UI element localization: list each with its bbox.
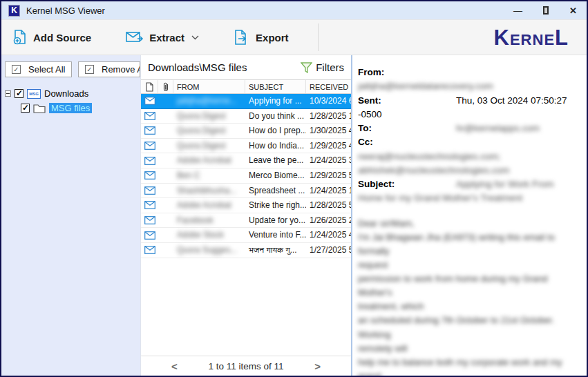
remove-all-button[interactable]: ✓ Remove All xyxy=(78,61,140,77)
mail-row[interactable]: Shashibhusha... Spreadsheet ... 1/24/202… xyxy=(141,184,351,199)
from-cell: jaibjha@kerne... xyxy=(173,94,245,108)
from-value: jaibjha@kerneldatarecovery.com xyxy=(358,81,493,91)
previous-page-button[interactable]: < xyxy=(171,360,178,372)
content-area: ✓ Select All ✓ Remove All MSG Downloads xyxy=(1,55,587,376)
subject-cell: How do India... xyxy=(245,139,306,153)
mail-row[interactable]: Facebook Update for yo... 1/26/2025 2:..… xyxy=(141,213,351,229)
tree-node-msg-files[interactable]: MSG files xyxy=(5,101,140,115)
msg-files-checkbox[interactable] xyxy=(21,104,30,113)
close-button[interactable]: ✕ xyxy=(569,6,577,15)
subject-cell: Do you think ... xyxy=(245,109,306,124)
subject-cell: भजन गायक गु... xyxy=(245,243,306,258)
subject-cell: Venture into F... xyxy=(245,228,306,242)
from-column-header[interactable]: FROM xyxy=(173,80,245,93)
collapse-icon[interactable] xyxy=(5,90,11,97)
toolbar-divider xyxy=(318,23,319,51)
extract-label: Extract xyxy=(149,32,184,44)
to-label: To: xyxy=(358,122,456,135)
mail-row[interactable]: Adobe Stock Venture into F... 1/24/2025 … xyxy=(141,228,351,243)
tree-node-msg-files-label: MSG files xyxy=(49,103,92,113)
received-cell: 10/3/2024 6:... xyxy=(306,94,351,108)
subject-label: Subject: xyxy=(358,177,456,191)
cc-label: Cc: xyxy=(358,135,456,149)
attachment-cell xyxy=(158,124,173,138)
window-title: Kernel MSG Viewer xyxy=(26,6,105,16)
subject-cell: Leave the pe... xyxy=(245,153,306,168)
attachment-cell xyxy=(158,153,173,168)
from-cell: Quora Digest xyxy=(173,139,245,153)
maximize-button[interactable] xyxy=(543,6,549,14)
from-cell: Adobe Acrobat xyxy=(173,153,245,168)
add-source-label: Add Source xyxy=(33,32,91,44)
received-column-header[interactable]: RECEIVED xyxy=(306,80,351,93)
extract-button[interactable]: Extract xyxy=(123,26,202,48)
mail-row[interactable]: Quora Digest Do you think ... 1/28/2025 … xyxy=(141,109,351,124)
envelope-icon xyxy=(141,228,158,242)
attachment-cell xyxy=(158,198,173,213)
sent-label: Sent: xyxy=(358,94,456,108)
attachment-cell xyxy=(158,213,173,228)
downloads-checkbox[interactable] xyxy=(15,89,23,98)
mail-row[interactable]: Quora Sugges... भजन गायक गु... 1/27/2025… xyxy=(141,243,351,258)
mail-list-panel: Downloads\MSG files Filters xyxy=(140,55,352,376)
mail-row[interactable]: jaibjha@kerne... Applying for ... 10/3/2… xyxy=(141,94,351,109)
kernel-brand-logo: KerneL xyxy=(494,27,578,48)
checkbox-icon: ✓ xyxy=(12,65,21,74)
mail-rows: jaibjha@kerne... Applying for ... 10/3/2… xyxy=(141,94,351,258)
tree-node-downloads-label: Downloads xyxy=(44,88,88,99)
item-type-column-icon[interactable] xyxy=(141,80,158,93)
preview-from-field: From:jaibjha@kerneldatarecovery.com xyxy=(358,66,580,94)
window-controls: — ✕ xyxy=(513,6,580,15)
envelope-icon xyxy=(141,94,158,108)
attachment-cell xyxy=(158,228,173,242)
attachment-cell xyxy=(158,94,173,108)
next-page-button[interactable]: > xyxy=(314,360,321,372)
minimize-button[interactable]: — xyxy=(513,6,522,15)
preview-sent-field: Sent:Thu, 03 Oct 2024 07:50:27 -0500 xyxy=(358,94,580,122)
received-cell: 1/26/2025 2:... xyxy=(306,213,351,228)
attachment-cell xyxy=(158,139,173,153)
add-source-button[interactable]: Add Source xyxy=(10,25,94,50)
mail-row[interactable]: Adobe Acrobat Leave the pe... 1/24/2025 … xyxy=(141,153,351,168)
preview-cc-field: Cc:neeraj@nucleustechnologies.com; abhis… xyxy=(358,135,580,177)
subject-cell: Applying for ... xyxy=(245,94,306,108)
filters-button[interactable]: Filters xyxy=(301,61,344,73)
envelope-icon xyxy=(141,213,158,228)
select-all-button[interactable]: ✓ Select All xyxy=(5,61,72,77)
from-cell: Quora Sugges... xyxy=(173,243,245,258)
envelope-icon xyxy=(141,139,158,153)
export-button[interactable]: Export xyxy=(231,25,292,50)
checkbox-icon: ✓ xyxy=(85,65,94,74)
attachment-cell xyxy=(158,168,173,183)
subject-cell: Merco Biome... xyxy=(245,168,306,183)
received-cell: 1/29/2025 4:... xyxy=(306,139,351,153)
mail-body-text: Dear sir/Mam, I'm Jai Bhagwan Jha (EA973… xyxy=(358,217,580,376)
tree-node-downloads[interactable]: MSG Downloads xyxy=(5,86,140,101)
filter-funnel-icon xyxy=(301,62,312,73)
mail-list-header: Downloads\MSG files Filters xyxy=(141,55,351,79)
received-cell: 1/27/2025 5:... xyxy=(306,243,351,258)
folder-tree: MSG Downloads MSG files xyxy=(5,86,140,115)
preview-subject-field: Subject:Applying for Work From Home for … xyxy=(358,177,580,206)
received-cell: 1/28/2025 5:... xyxy=(306,198,351,213)
from-cell: Shashibhusha... xyxy=(173,184,245,198)
breadcrumb: Downloads\MSG files xyxy=(148,61,247,73)
add-source-icon xyxy=(12,29,28,46)
mail-table-header: FROM SUBJECT RECEIVED xyxy=(141,79,351,94)
subject-column-header[interactable]: SUBJECT xyxy=(245,80,306,93)
from-cell: Quora Digest xyxy=(173,124,245,138)
attachment-cell xyxy=(158,243,173,258)
mail-row[interactable]: Ben C Merco Biome... 1/29/2025 5:... xyxy=(141,168,351,184)
received-cell: 1/28/2025 11... xyxy=(306,109,351,124)
mail-row[interactable]: Adobe Acrobat Strike the righ... 1/28/20… xyxy=(141,198,351,213)
extract-envelope-icon xyxy=(126,30,144,44)
export-label: Export xyxy=(256,32,289,44)
folder-icon xyxy=(33,104,46,113)
mail-row[interactable]: Quora Digest How do India... 1/29/2025 4… xyxy=(141,139,351,154)
subject-cell: How do I prep... xyxy=(245,124,306,138)
envelope-icon xyxy=(141,198,158,213)
source-tree-panel: ✓ Select All ✓ Remove All MSG Downloads xyxy=(1,55,140,376)
attachment-column-icon[interactable] xyxy=(158,80,173,93)
mail-row[interactable]: Quora Digest How do I prep... 1/30/2025 … xyxy=(141,124,351,139)
pagination-bar: < 1 to 11 items of 11 > xyxy=(141,356,351,376)
